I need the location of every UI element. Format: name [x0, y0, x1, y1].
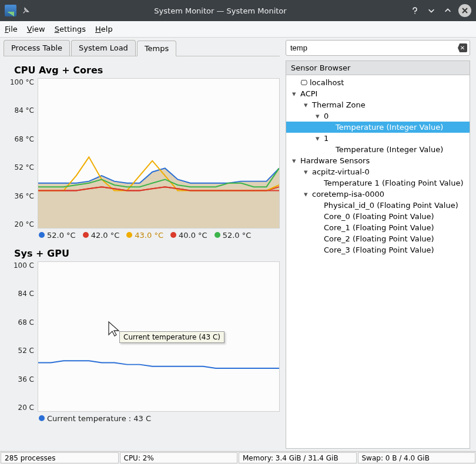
legend-dot — [83, 232, 89, 238]
search-row: ✕ — [286, 40, 470, 56]
tree-item-label: Temperature (Integer Value) — [336, 123, 443, 132]
tree-item[interactable]: ▾0 — [286, 110, 470, 122]
app-icon — [5, 5, 16, 16]
statusbar: 285 processes CPU: 2% Memory: 3.4 GiB / … — [0, 451, 476, 464]
legend-item: 42.0 °C — [83, 231, 120, 240]
tree-item[interactable]: Core_3 (Floating Point Value) — [286, 244, 470, 255]
window-title: System Monitor — System Monitor — [32, 6, 409, 15]
tree-item-label: Core_1 (Floating Point Value) — [324, 223, 434, 232]
tree-item-label: Core_0 (Floating Point Value) — [324, 212, 434, 221]
tree-item-label: acpitz-virtual-0 — [312, 167, 370, 176]
status-swap: Swap: 0 B / 4.0 GiB — [358, 452, 476, 463]
tree-item-label: Core_3 (Floating Point Value) — [324, 246, 434, 254]
chart1-legend: 52.0 °C42.0 °C43.0 °C40.0 °C52.0 °C — [39, 231, 280, 240]
status-cpu: CPU: 2% — [120, 452, 238, 463]
sensor-browser-title: Sensor Browser — [286, 60, 470, 75]
menu-help[interactable]: Help — [95, 25, 113, 33]
tree-item-label: 1 — [324, 134, 328, 143]
tree-item-label: Physical_id_0 (Floating Point Value) — [324, 201, 458, 210]
help-icon[interactable] — [409, 5, 421, 16]
chart2-tooltip: Current temperature (43 C) — [119, 331, 224, 343]
tree-item[interactable]: Core_2 (Floating Point Value) — [286, 233, 470, 244]
expand-arrow-icon[interactable]: ▾ — [304, 100, 312, 109]
search-input[interactable] — [289, 42, 458, 54]
status-processes: 285 processes — [1, 452, 119, 463]
tree-item-label: Temperature 1 (Floating Point Value) — [324, 179, 463, 187]
status-memory: Memory: 3.4 GiB / 31.4 GiB — [239, 452, 357, 463]
tree-item-label: localhost — [310, 78, 344, 87]
clear-search-button[interactable]: ✕ — [458, 43, 467, 52]
tree-item[interactable]: Physical_id_0 (Floating Point Value) — [286, 200, 470, 211]
legend-dot — [214, 232, 220, 238]
expand-arrow-icon[interactable]: ▾ — [316, 112, 324, 120]
tree-item[interactable]: Temperature (Integer Value) — [286, 144, 470, 155]
tree-item-label: coretemp-isa-0000 — [312, 190, 384, 199]
close-button[interactable] — [458, 4, 471, 17]
legend-dot — [39, 415, 45, 421]
tree-item-label: Thermal Zone — [312, 100, 366, 109]
titlebar: System Monitor — System Monitor — [0, 0, 476, 21]
tab-process-table[interactable]: Process Table — [4, 40, 70, 56]
menu-settings[interactable]: Settings — [55, 25, 86, 33]
legend-item: 52.0 °C — [39, 231, 76, 240]
legend-dot — [170, 232, 176, 238]
menubar: File View Settings Help — [0, 21, 476, 38]
tab-system-load[interactable]: System Load — [71, 40, 136, 56]
tree-item-label: ACPI — [300, 89, 317, 98]
tree-item[interactable]: Temperature (Integer Value) — [286, 122, 470, 133]
tree-item[interactable]: Core_0 (Floating Point Value) — [286, 211, 470, 222]
monitor-icon: 🖵 — [300, 79, 307, 87]
tab-temps[interactable]: Temps — [137, 41, 176, 56]
pin-icon[interactable] — [20, 5, 32, 16]
menu-view[interactable]: View — [27, 25, 45, 33]
expand-arrow-icon[interactable]: ▾ — [304, 167, 312, 176]
tree-item[interactable]: ▾Hardware Sensors — [286, 155, 470, 166]
chart2-title: Sys + GPU — [14, 248, 280, 259]
tree-item[interactable]: 🖵localhost — [286, 77, 470, 88]
legend-item: Current temperature : 43 C — [39, 414, 151, 423]
cursor-icon — [108, 321, 120, 337]
sensor-tree[interactable]: 🖵localhost▾ACPI▾Thermal Zone▾0Temperatur… — [286, 75, 470, 449]
tree-item-label: 0 — [324, 112, 328, 120]
tree-item[interactable]: ▾Thermal Zone — [286, 99, 470, 110]
chart2-legend: Current temperature : 43 C — [39, 414, 280, 423]
legend-item: 43.0 °C — [126, 231, 163, 240]
legend-dot — [39, 232, 45, 238]
tree-item[interactable]: ▾ACPI — [286, 88, 470, 99]
tree-item-label: Core_2 (Floating Point Value) — [324, 234, 434, 243]
chart1-title: CPU Avg + Cores — [14, 65, 280, 76]
chart1-plot[interactable] — [38, 78, 280, 228]
expand-arrow-icon[interactable]: ▾ — [304, 190, 312, 199]
legend-item: 40.0 °C — [170, 231, 207, 240]
tree-item[interactable]: ▾1 — [286, 133, 470, 144]
chart2: 100 C84 C68 C52 C36 C20 C Current temper… — [4, 261, 280, 412]
chart1: 100 °C84 °C68 °C52 °C36 °C20 °C — [4, 78, 280, 228]
chevron-down-icon[interactable] — [425, 5, 437, 16]
tree-item-label: Hardware Sensors — [300, 156, 370, 165]
expand-arrow-icon[interactable]: ▾ — [292, 89, 300, 98]
chart2-plot[interactable]: Current temperature (43 C) — [38, 261, 280, 412]
legend-item: 52.0 °C — [214, 231, 252, 240]
tabs: Process Table System Load Temps — [4, 40, 280, 56]
tree-item[interactable]: Core_1 (Floating Point Value) — [286, 222, 470, 233]
chevron-up-icon[interactable] — [442, 5, 454, 16]
tree-item[interactable]: ▾coretemp-isa-0000 — [286, 189, 470, 200]
menu-file[interactable]: File — [5, 25, 18, 33]
tree-item[interactable]: ▾acpitz-virtual-0 — [286, 166, 470, 177]
tree-item[interactable]: Temperature 1 (Floating Point Value) — [286, 177, 470, 189]
tree-item-label: Temperature (Integer Value) — [336, 145, 443, 154]
expand-arrow-icon[interactable]: ▾ — [292, 156, 300, 165]
expand-arrow-icon[interactable]: ▾ — [316, 134, 324, 143]
legend-dot — [126, 232, 132, 238]
